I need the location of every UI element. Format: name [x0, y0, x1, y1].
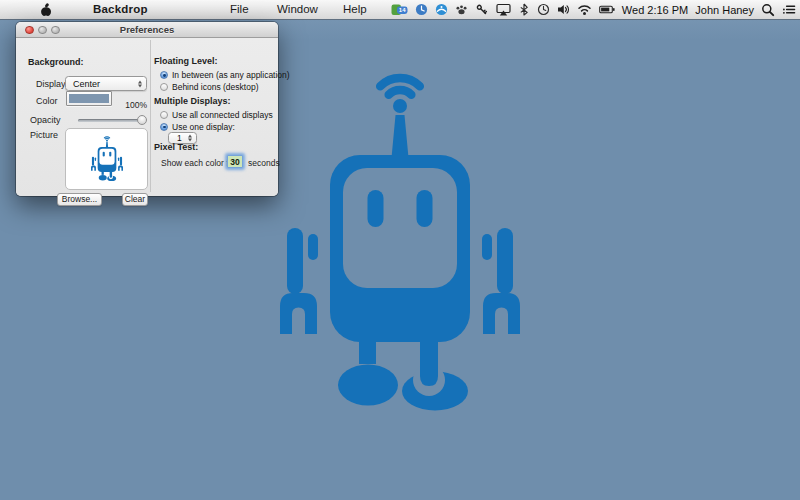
picture-well[interactable] [65, 128, 148, 190]
window-content: Background: Display Center Color 100% Op… [16, 38, 278, 196]
key-icon[interactable] [475, 3, 489, 17]
display-popup-value: Center [73, 77, 100, 90]
picture-label: Picture [30, 130, 58, 140]
radio-label: Use one display: [172, 122, 235, 132]
desktop: Backdrop File Window Help 14 [0, 0, 800, 500]
robot-picture-preview [91, 133, 123, 185]
radio-button-selected[interactable] [160, 123, 168, 131]
volume-icon[interactable] [557, 3, 570, 16]
battery-icon[interactable] [599, 3, 615, 16]
browse-button[interactable]: Browse... [57, 193, 102, 206]
color-label: Color [36, 96, 58, 106]
radio-button-selected[interactable] [160, 71, 168, 79]
notification-center-icon[interactable] [782, 3, 796, 16]
background-heading: Background: [28, 57, 84, 67]
opacity-value: 100% [123, 100, 147, 110]
opacity-slider-track[interactable] [78, 119, 146, 122]
app-badge-icon[interactable]: 14 [391, 3, 408, 16]
spotlight-icon[interactable] [761, 3, 775, 17]
multiple-displays-heading: Multiple Displays: [154, 96, 231, 106]
color-swatch [69, 94, 109, 103]
opacity-slider-knob[interactable] [137, 115, 147, 125]
display-label: Display [36, 79, 66, 89]
blue-clock-icon[interactable] [415, 3, 428, 16]
preferences-window: Preferences Background: Display Center C… [16, 22, 278, 196]
airplay-icon[interactable] [496, 3, 511, 16]
bluetooth-icon[interactable] [518, 3, 530, 16]
opacity-label: Opacity [30, 115, 61, 125]
wifi-icon[interactable] [577, 3, 592, 16]
apple-menu[interactable] [40, 3, 51, 22]
menu-window[interactable]: Window [277, 0, 318, 19]
radio-in-between[interactable]: In between (as any application) [160, 70, 290, 80]
popup-arrows-icon [188, 135, 192, 142]
popup-arrows-icon [138, 80, 142, 87]
svg-text:14: 14 [399, 7, 406, 13]
user-menu[interactable]: John Haney [695, 4, 754, 16]
floating-level-heading: Floating Level: [154, 56, 218, 66]
display-popup[interactable]: Center [65, 76, 147, 91]
menu-bar-status-area: 14 [391, 0, 796, 19]
radio-button[interactable] [160, 111, 168, 119]
radio-behind-icons[interactable]: Behind icons (desktop) [160, 82, 258, 92]
menu-help[interactable]: Help [343, 0, 367, 19]
clear-button[interactable]: Clear [122, 193, 148, 206]
menu-file[interactable]: File [230, 0, 249, 19]
radio-label: Behind icons (desktop) [172, 82, 258, 92]
column-divider [150, 40, 151, 192]
pixel-test-suffix: seconds [248, 158, 280, 168]
window-title-bar[interactable]: Preferences [16, 22, 278, 38]
window-title: Preferences [16, 22, 278, 37]
radio-label: In between (as any application) [172, 70, 290, 80]
radio-label: Use all connected displays [172, 110, 273, 120]
menu-clock[interactable]: Wed 2:16 PM [622, 4, 688, 16]
pixel-test-prefix: Show each color for [161, 158, 236, 168]
menu-bar: Backdrop File Window Help 14 [0, 0, 800, 20]
radio-button[interactable] [160, 83, 168, 91]
seconds-input[interactable] [227, 155, 243, 168]
radio-all-displays[interactable]: Use all connected displays [160, 110, 273, 120]
robot-wallpaper-illustration [280, 50, 520, 440]
time-machine-icon[interactable] [537, 3, 550, 16]
blue-ball-icon[interactable] [435, 3, 448, 16]
apple-icon [40, 3, 51, 16]
paw-icon[interactable] [455, 3, 468, 16]
radio-one-display[interactable]: Use one display: [160, 122, 235, 132]
color-well[interactable] [66, 91, 112, 106]
pixel-test-heading: Pixel Test: [154, 142, 198, 152]
menu-app-name[interactable]: Backdrop [93, 0, 148, 19]
